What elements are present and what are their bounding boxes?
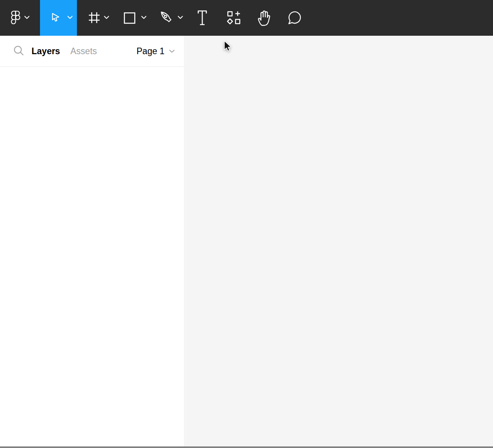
- figma-window: Layers Assets Page 1: [0, 0, 493, 448]
- comment-tool-icon: [287, 11, 301, 25]
- window-bottom-edge: [0, 446, 493, 448]
- move-tool-icon: [51, 12, 61, 22]
- hand-tool-icon: [257, 10, 271, 27]
- move-tool-button[interactable]: [40, 0, 77, 36]
- chevron-down-icon: [24, 15, 30, 20]
- hand-tool-button[interactable]: [249, 0, 280, 36]
- text-tool-icon: [197, 10, 208, 26]
- tab-assets[interactable]: Assets: [70, 36, 97, 67]
- comment-tool-button[interactable]: [280, 0, 311, 36]
- left-sidebar: Layers Assets Page 1: [0, 36, 185, 446]
- page-selector-label: Page 1: [137, 46, 165, 56]
- figma-menu-button[interactable]: [0, 0, 40, 36]
- canvas[interactable]: [185, 36, 493, 446]
- chevron-down-icon[interactable]: [103, 15, 110, 20]
- frame-tool-icon: [88, 12, 100, 24]
- mouse-cursor-icon: [224, 40, 232, 52]
- pen-tool-icon: [159, 10, 173, 24]
- rectangle-tool-icon: [123, 12, 136, 24]
- component-tool-button[interactable]: [218, 0, 249, 36]
- app-toolbar: [0, 0, 493, 36]
- tab-layers[interactable]: Layers: [32, 36, 60, 67]
- figma-logo-icon: [11, 10, 21, 25]
- page-selector[interactable]: Page 1: [137, 36, 175, 67]
- search-button[interactable]: [13, 45, 25, 56]
- chevron-down-icon[interactable]: [141, 15, 147, 20]
- component-tool-icon: [227, 10, 241, 25]
- sidebar-header: Layers Assets Page 1: [0, 36, 184, 67]
- rectangle-tool-button[interactable]: [114, 0, 151, 36]
- text-tool-button[interactable]: [188, 0, 218, 36]
- chevron-down-icon[interactable]: [67, 15, 73, 20]
- chevron-down-icon: [168, 49, 175, 53]
- search-icon: [13, 45, 25, 56]
- frame-tool-button[interactable]: [77, 0, 114, 36]
- pen-tool-button[interactable]: [151, 0, 188, 36]
- chevron-down-icon[interactable]: [177, 15, 183, 20]
